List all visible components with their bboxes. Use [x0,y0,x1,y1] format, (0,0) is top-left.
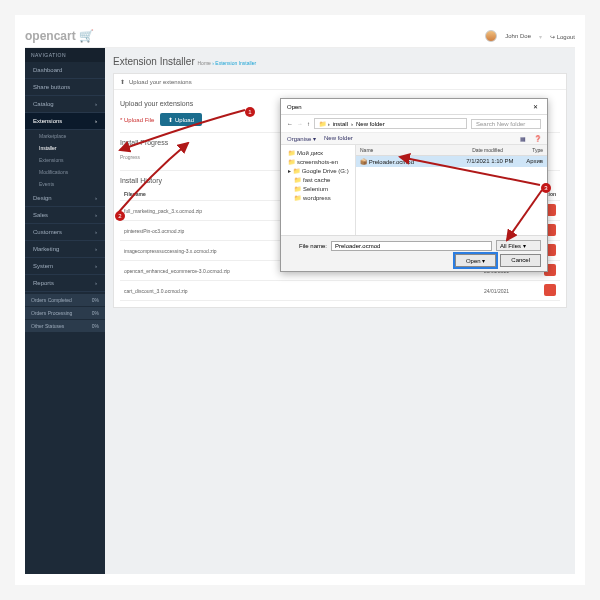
sub-events[interactable]: Events [25,178,105,190]
filename-label: File name: [287,243,327,249]
user-name[interactable]: John Doe [505,33,531,39]
tree-item[interactable]: 📁 wordpress [284,193,352,202]
sub-modifications[interactable]: Modifications [25,166,105,178]
sub-installer[interactable]: Installer [25,142,105,154]
nav-design[interactable]: Design› [25,190,105,207]
tree-item[interactable]: ▸ 📁 Google Drive (G:) [284,166,352,175]
annotation-arrow [385,145,555,255]
brand-logo: opencart 🛒 [25,29,94,43]
dialog-title: Open [287,104,302,110]
back-icon[interactable]: ← [287,121,293,127]
table-row: cart_discount_3.0.ocmod.zip24/01/2021 [120,281,560,301]
nav-customers[interactable]: Customers› [25,224,105,241]
tree-item[interactable]: 📁 screenshots-en [284,157,352,166]
search-input[interactable]: Search New folder [471,119,541,129]
tree-item[interactable]: 📁 fast cache [284,175,352,184]
tree-item[interactable]: 📁 Selenium [284,184,352,193]
nav-marketing[interactable]: Marketing› [25,241,105,258]
sub-extensions[interactable]: Extensions [25,154,105,166]
address-bar[interactable]: 📁 › install › New folder [314,118,467,129]
annotation-badge-1: 1 [245,107,255,117]
nav-catalog[interactable]: Catalog› [25,96,105,113]
new-folder-button[interactable]: New folder [324,135,353,142]
chevron-right-icon: › [95,101,97,107]
help-icon[interactable]: ❓ [534,135,541,142]
annotation-badge-2: 2 [115,211,125,221]
nav-dashboard[interactable]: Dashboard [25,62,105,79]
stat-completed: Orders Completed0% [25,294,105,306]
organise-menu[interactable]: Organise ▾ [287,135,316,142]
open-button[interactable]: Open ▾ [455,254,496,267]
nav-extensions[interactable]: Extensions› [25,113,105,130]
annotation-badge-3: 3 [541,183,551,193]
nav-system[interactable]: System› [25,258,105,275]
view-icon[interactable]: ▦ [520,135,526,142]
delete-button[interactable] [544,284,556,296]
stat-processing: Orders Processing0% [25,307,105,319]
nav-header: NAVIGATION [25,48,105,62]
tree-item[interactable]: 📁 Мой диск [284,148,352,157]
sidebar: NAVIGATION Dashboard Share buttons Catal… [25,48,105,574]
logout-link[interactable]: ↪ Logout [550,33,575,40]
folder-tree: 📁 Мой диск 📁 screenshots-en ▸ 📁 Google D… [281,145,356,235]
forward-icon[interactable]: → [297,121,303,127]
nav-share[interactable]: Share buttons [25,79,105,96]
nav-reports[interactable]: Reports› [25,275,105,292]
page-title: Extension Installer Home › Extension Ins… [113,56,567,67]
avatar[interactable] [485,30,497,42]
stat-other: Other Statuses0% [25,320,105,332]
topbar: opencart 🛒 John Doe ▾ ↪ Logout [25,25,575,48]
close-icon[interactable]: ✕ [530,103,541,110]
chevron-right-icon: › [95,118,97,124]
annotation-arrow [110,75,260,225]
up-icon[interactable]: ↑ [307,121,310,127]
sub-marketplace[interactable]: Marketplace [25,130,105,142]
cancel-button[interactable]: Cancel [500,254,541,267]
nav-sales[interactable]: Sales› [25,207,105,224]
